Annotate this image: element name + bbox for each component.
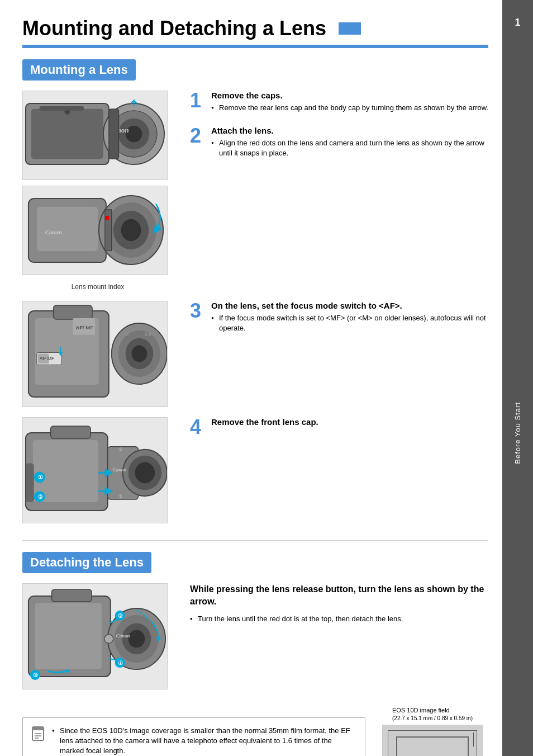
step-4-steps: 4 Remove the front lens cap. [184,417,318,523]
step-1-content: Remove the caps. Remove the rear lens ca… [211,91,488,115]
eos-field-label: EOS 10D image field (22.7 x 15.1 mm / 0.… [392,706,473,722]
step-2: 2 Attach the lens. Align the red dots on… [190,126,488,160]
camera-side-image: Canon [22,186,168,275]
svg-rect-39 [26,464,34,502]
svg-rect-1 [31,109,103,159]
step-2-content: Attach the lens. Align the red dots on t… [211,126,488,160]
detaching-content: Canon ② ① ③ [22,583,488,689]
step-4: 4 Remove the front lens cap. [190,417,318,437]
detaching-camera-image: Canon ② ① ③ [22,583,168,689]
mounting-section: Mounting a Lens Canon [22,59,488,523]
svg-text:MF: MF [85,324,93,330]
step-3-area: AF / MF AF MF ∞ 0.5 [22,301,488,407]
camera-top-image: Canon [22,91,168,180]
step-1-bullet-1: Remove the rear lens cap and the body ca… [211,103,488,113]
step-2-heading: Attach the lens. [211,126,488,135]
detaching-steps: While pressing the lens release button, … [184,583,488,689]
step-3-heading: On the lens, set the focus mode switch t… [211,301,488,310]
detaching-header: Detaching the Lens [22,552,151,573]
svg-text:0.5: 0.5 [145,332,151,337]
svg-text:Canon: Canon [113,467,127,472]
svg-text:AF: AF [75,324,83,330]
mounting-header: Mounting a Lens [22,59,136,81]
detaching-section: Detaching the Lens [22,552,488,689]
svg-rect-52 [35,603,102,669]
step-3-content: On the lens, set the focus mode switch t… [211,301,488,335]
svg-rect-53 [52,589,92,602]
step-1-heading: Remove the caps. [211,91,488,100]
field-diagram-box [382,725,483,756]
camera-af-image: AF / MF AF MF ∞ 0.5 [22,301,168,407]
svg-text:Canon: Canon [45,229,62,235]
mounting-images: Canon [22,91,173,291]
note-item-1: Since the EOS 10D's image coverage is sm… [52,726,357,756]
step-3-steps: 3 On the lens, set the focus mode switch… [184,301,488,407]
notes-area: Since the EOS 10D's image coverage is sm… [22,706,488,756]
step-3: 3 On the lens, set the focus mode switch… [190,301,488,335]
step-3-bullet-1: If the focus mode switch is set to <MF> … [211,313,488,333]
detaching-step-content: While pressing the lens release button, … [190,583,488,624]
svg-point-57 [129,630,145,648]
step-3-number: 3 [190,301,206,335]
svg-point-43 [135,462,155,484]
svg-point-16 [121,219,141,242]
svg-point-32 [131,346,147,362]
note-icon [31,726,45,756]
svg-text:∞: ∞ [126,332,129,337]
svg-text:AF MF: AF MF [40,356,55,361]
page-title: Mounting and Detaching a Lens [22,17,488,48]
step-4-area: Canon ① ② [22,417,488,523]
step-2-number: 2 [190,126,206,160]
svg-text:②: ② [118,613,123,619]
section-divider [22,540,488,541]
svg-text:③: ③ [33,672,38,678]
note-box: Since the EOS 10D's image coverage is sm… [22,717,365,756]
detaching-image-col: Canon ② ① ③ [22,583,173,689]
svg-rect-17 [105,210,112,251]
right-sidebar: 1 Before You Start [502,0,533,756]
svg-text:②: ② [38,494,43,500]
camera-lens-cap-image: Canon ① ② [22,417,168,523]
svg-point-66 [104,635,113,644]
svg-rect-69 [32,727,44,730]
svg-text:Canon: Canon [116,633,130,639]
svg-rect-7 [109,109,119,159]
step-4-number: 4 [190,417,206,437]
sidebar-chapter-number: 1 [502,11,533,34]
svg-text:①: ① [118,494,123,499]
sidebar-label: Before You Start [513,402,522,464]
svg-text:①: ① [38,474,43,480]
detaching-bullet-1: Turn the lens until the red dot is at th… [190,614,488,624]
note-content: Since the EOS 10D's image coverage is sm… [52,726,357,756]
svg-point-18 [105,216,110,220]
step-4-content: Remove the front lens cap. [211,417,318,437]
detaching-heading: While pressing the lens release button, … [190,583,488,608]
step-4-heading: Remove the front lens cap. [211,417,318,427]
step-4-image-col: Canon ① ② [22,417,173,523]
svg-text:①: ① [118,447,123,452]
lens-mount-caption: Lens mount index [22,283,173,291]
svg-rect-21 [54,305,92,319]
svg-text:/: / [83,324,84,330]
step-2-bullet-1: Align the red dots on the lens and camer… [211,138,488,158]
svg-rect-9 [40,106,84,111]
step-1: 1 Remove the caps. Remove the rear lens … [190,91,488,115]
svg-rect-38 [51,426,91,438]
steps-1-2: 1 Remove the caps. Remove the rear lens … [184,91,488,291]
image-field-diagram: EOS 10D image field (22.7 x 15.1 mm / 0.… [377,706,488,756]
step-1-number: 1 [190,91,206,115]
step-3-image-col: AF / MF AF MF ∞ 0.5 [22,301,173,407]
